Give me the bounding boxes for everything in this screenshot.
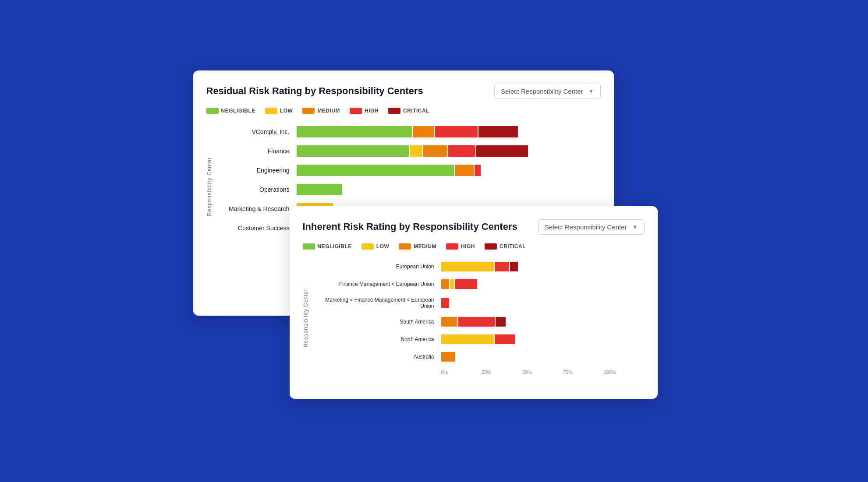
bar-track: [441, 317, 645, 327]
bar-segment: [476, 145, 528, 157]
legend-item: MEDIUM: [399, 243, 436, 250]
scene: Residual Risk Rating by Responsibility C…: [193, 70, 675, 412]
inherent-card-title: Inherent Risk Rating by Responsibility C…: [303, 221, 517, 232]
bar-row-label: Operations: [218, 186, 297, 193]
legend-item: CRITICAL: [388, 108, 429, 114]
bar-segment: [441, 352, 455, 362]
bar-track: [297, 145, 601, 157]
bar-row-label: Finance: [218, 148, 297, 155]
bar-row-label: North America: [314, 336, 441, 342]
bar-segment: [475, 165, 481, 176]
table-row: South America: [314, 317, 645, 327]
legend-label: MEDIUM: [317, 108, 340, 114]
bar-row-label: Marketing & Research: [218, 205, 297, 212]
bar-segment: [297, 165, 455, 176]
bar-segment: [458, 317, 495, 327]
legend-label: LOW: [376, 243, 390, 250]
bar-track: [441, 298, 645, 308]
bar-row-label: Customer Success: [218, 225, 297, 232]
residual-y-axis-label: Responsibility Center: [206, 157, 213, 216]
bar-segment: [510, 262, 518, 271]
legend-color-box: [265, 108, 277, 114]
legend-item: LOW: [265, 108, 293, 114]
bar-row-label: South America: [314, 319, 441, 325]
legend-item: HIGH: [350, 108, 379, 114]
legend-label: HIGH: [365, 108, 379, 114]
bar-row-label: European Union: [314, 264, 441, 270]
table-row: Finance Management < European Union: [314, 279, 645, 289]
residual-dropdown[interactable]: Select Responsibility Center ▼: [494, 84, 600, 99]
bar-segment: [435, 126, 478, 137]
legend-label: CRITICAL: [500, 243, 526, 250]
table-row: Marketing < Finance Management < Europea…: [314, 297, 645, 309]
table-row: VComply, Inc.: [218, 126, 601, 137]
legend-label: MEDIUM: [414, 243, 436, 250]
bar-track: [297, 126, 601, 137]
bar-segment: [441, 317, 457, 327]
legend-color-box: [350, 108, 362, 114]
bar-segment: [495, 262, 509, 271]
bar-segment: [496, 317, 506, 327]
inherent-chart-content: European UnionFinance Management < Europ…: [314, 262, 645, 375]
bar-segment: [410, 145, 422, 157]
bar-track: [297, 165, 601, 176]
bar-segment: [455, 279, 477, 289]
bar-segment: [297, 145, 409, 157]
residual-dropdown-label: Select Responsibility Center: [501, 88, 583, 95]
legend-item: NEGLIGIBLE: [303, 243, 352, 250]
bar-segment: [297, 184, 342, 195]
inherent-card-header: Inherent Risk Rating by Responsibility C…: [303, 219, 645, 235]
bar-track: [441, 334, 645, 344]
bar-segment: [423, 145, 447, 157]
bar-segment: [441, 279, 450, 289]
legend-item: LOW: [361, 243, 390, 250]
inherent-legend: NEGLIGIBLELOWMEDIUMHIGHCRITICAL: [303, 243, 645, 250]
bar-segment: [297, 126, 412, 137]
x-tick: 100%: [604, 369, 645, 375]
bar-row-label: Finance Management < European Union: [314, 281, 441, 287]
residual-legend: NEGLIGIBLELOWMEDIUMHIGHCRITICAL: [206, 108, 601, 114]
legend-color-box: [303, 243, 315, 250]
bar-row-label: Australia: [314, 354, 441, 360]
legend-color-box: [206, 108, 219, 114]
bar-segment: [413, 126, 434, 137]
bar-segment: [448, 145, 475, 157]
legend-color-box: [446, 243, 458, 250]
legend-item: HIGH: [446, 243, 475, 250]
residual-card-title: Residual Risk Rating by Responsibility C…: [206, 85, 423, 97]
legend-color-box: [361, 243, 374, 250]
legend-item: CRITICAL: [485, 243, 526, 250]
bar-track: [297, 184, 601, 195]
table-row: Engineering: [218, 165, 601, 176]
bar-row-label: VComply, Inc.: [218, 128, 297, 135]
x-tick: 50%: [522, 369, 563, 375]
legend-label: CRITICAL: [403, 108, 429, 114]
inherent-dropdown[interactable]: Select Responsibility Center ▼: [538, 219, 644, 235]
table-row: North America: [314, 334, 645, 344]
chevron-down-icon: ▼: [588, 88, 594, 95]
legend-color-box: [485, 243, 497, 250]
legend-color-box: [302, 108, 315, 114]
bar-row-label: Engineering: [218, 167, 297, 174]
bar-segment: [441, 262, 494, 271]
table-row: Australia: [314, 352, 645, 362]
x-tick: 75%: [563, 369, 604, 375]
legend-label: NEGLIGIBLE: [221, 108, 255, 114]
table-row: Finance: [218, 145, 601, 157]
legend-color-box: [388, 108, 400, 114]
bar-segment: [441, 298, 450, 308]
x-tick: 0%: [441, 369, 482, 375]
table-row: Operations: [218, 184, 601, 195]
x-tick: 25%: [482, 369, 522, 375]
bar-segment: [441, 334, 494, 344]
legend-item: NEGLIGIBLE: [206, 108, 255, 114]
bar-track: [441, 279, 645, 289]
legend-item: MEDIUM: [302, 108, 340, 114]
legend-label: LOW: [280, 108, 293, 114]
legend-label: NEGLIGIBLE: [318, 243, 352, 250]
residual-card-header: Residual Risk Rating by Responsibility C…: [206, 84, 601, 99]
table-row: European Union: [314, 262, 645, 271]
inherent-x-axis: 0%25%50%75%100%: [314, 369, 645, 375]
inherent-y-axis-label: Responsibility Center: [303, 288, 309, 347]
bar-segment: [478, 126, 518, 137]
